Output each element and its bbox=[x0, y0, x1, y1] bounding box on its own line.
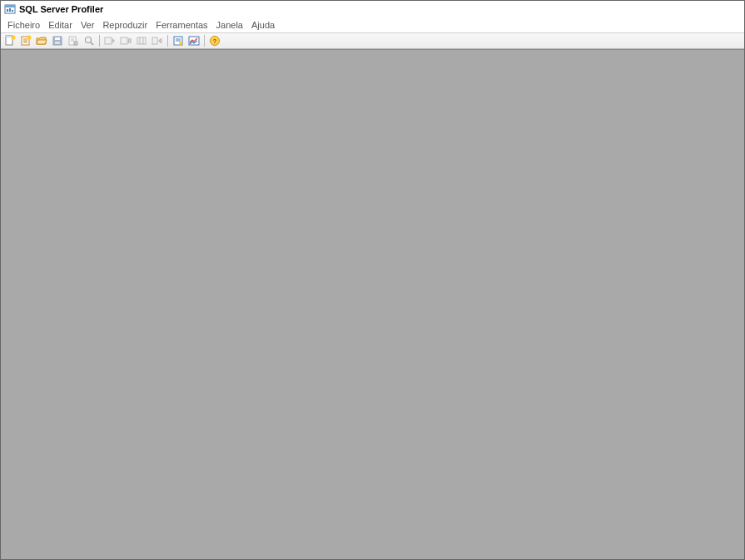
svg-rect-26 bbox=[137, 37, 146, 44]
app-icon bbox=[4, 3, 16, 15]
menu-reproduzir[interactable]: Reproduzir bbox=[99, 19, 151, 31]
chart-button[interactable] bbox=[186, 34, 201, 47]
properties-icon bbox=[67, 35, 79, 47]
stop-icon bbox=[136, 35, 147, 47]
pause-button bbox=[118, 34, 133, 47]
new-template-button[interactable] bbox=[18, 34, 33, 47]
pause-icon bbox=[120, 35, 132, 47]
svg-rect-29 bbox=[152, 37, 157, 44]
menu-ferramentas[interactable]: Ferramentas bbox=[152, 19, 211, 31]
svg-rect-4 bbox=[12, 10, 13, 12]
svg-rect-2 bbox=[7, 9, 8, 12]
help-icon: ? bbox=[209, 35, 221, 47]
svg-point-34 bbox=[179, 42, 182, 45]
new-trace-icon bbox=[4, 35, 16, 47]
svg-rect-14 bbox=[55, 37, 60, 40]
svg-rect-23 bbox=[121, 37, 127, 44]
toolbar-separator bbox=[204, 35, 205, 47]
svg-rect-19 bbox=[74, 42, 77, 45]
svg-rect-24 bbox=[128, 38, 130, 43]
svg-text:?: ? bbox=[213, 37, 217, 45]
menu-ajuda[interactable]: Ajuda bbox=[248, 19, 278, 31]
autoscroll-button[interactable] bbox=[171, 34, 186, 47]
svg-rect-15 bbox=[55, 42, 60, 44]
svg-point-7 bbox=[12, 36, 16, 40]
mdi-workspace bbox=[1, 49, 744, 559]
find-icon bbox=[83, 35, 95, 47]
chart-icon bbox=[188, 35, 200, 47]
menu-ver[interactable]: Ver bbox=[77, 19, 98, 31]
menu-ficheiro[interactable]: Ficheiro bbox=[4, 19, 43, 31]
svg-rect-3 bbox=[9, 8, 11, 12]
new-template-icon bbox=[20, 35, 32, 47]
stop-button bbox=[134, 34, 149, 47]
autoscroll-icon bbox=[172, 35, 184, 47]
menu-editar[interactable]: Editar bbox=[45, 19, 76, 31]
step-icon bbox=[151, 35, 163, 47]
save-button bbox=[50, 34, 65, 47]
svg-line-21 bbox=[91, 42, 93, 45]
save-icon bbox=[52, 35, 63, 47]
svg-point-12 bbox=[27, 36, 32, 40]
properties-button bbox=[66, 34, 81, 47]
step-button bbox=[150, 34, 165, 47]
svg-rect-1 bbox=[5, 5, 15, 7]
app-title: SQL Server Profiler bbox=[19, 4, 103, 14]
new-trace-button[interactable] bbox=[2, 34, 17, 47]
svg-rect-25 bbox=[130, 38, 132, 43]
toolbar-separator bbox=[167, 35, 168, 47]
toolbar-separator bbox=[99, 35, 100, 47]
open-button[interactable] bbox=[34, 34, 49, 47]
toolbar: ? bbox=[1, 32, 744, 49]
help-button[interactable]: ? bbox=[207, 34, 222, 47]
find-button bbox=[82, 34, 97, 47]
titlebar: SQL Server Profiler bbox=[1, 1, 744, 17]
svg-point-20 bbox=[86, 37, 92, 43]
run-icon bbox=[104, 35, 116, 47]
menubar: Ficheiro Editar Ver Reproduzir Ferrament… bbox=[1, 17, 744, 32]
open-folder-icon bbox=[36, 35, 47, 47]
menu-janela[interactable]: Janela bbox=[213, 19, 246, 31]
svg-rect-22 bbox=[105, 37, 112, 44]
run-button bbox=[102, 34, 117, 47]
